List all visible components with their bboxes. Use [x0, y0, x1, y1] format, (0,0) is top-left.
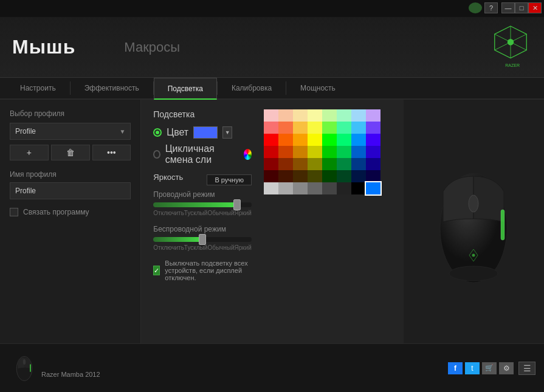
palette-cell[interactable] — [308, 122, 322, 134]
palette-cell[interactable] — [351, 122, 366, 134]
wireless-slider-track[interactable] — [153, 237, 252, 242]
palette-cell[interactable] — [351, 158, 366, 170]
palette-cell[interactable] — [308, 170, 322, 182]
link-program-checkbox[interactable] — [10, 208, 18, 216]
palette-cell[interactable] — [278, 122, 293, 134]
close-button[interactable]: ✕ — [528, 2, 542, 13]
palette-cell[interactable] — [264, 182, 278, 194]
palette-cell[interactable] — [278, 134, 293, 146]
display-off-row: ✓ Выключать подсветку всех устройств, ес… — [153, 260, 252, 281]
color-picker-arrow[interactable]: ▼ — [222, 126, 232, 139]
profile-dropdown[interactable]: Profile ▼ — [10, 123, 131, 140]
cycle-label: Цикличная смена сли — [165, 143, 239, 165]
palette-cell[interactable] — [308, 182, 322, 194]
profile-buttons: + 🗑 ••• — [10, 145, 131, 160]
tab-podsvetka[interactable]: Подсветка — [154, 78, 217, 100]
delete-profile-button[interactable]: 🗑 — [51, 145, 90, 160]
palette-cell[interactable] — [351, 182, 366, 194]
brightness-section: Яркость В ручную Проводной режим Отключи… — [153, 173, 252, 251]
add-profile-button[interactable]: + — [10, 145, 49, 160]
palette-cell[interactable] — [293, 158, 308, 170]
palette-cell[interactable] — [264, 109, 278, 122]
palette-cell[interactable] — [366, 122, 380, 134]
palette-cell[interactable] — [351, 134, 366, 146]
svg-point-15 — [23, 359, 26, 365]
palette-cell[interactable] — [264, 158, 278, 170]
palette-cell[interactable] — [366, 170, 380, 182]
palette-cell[interactable] — [322, 170, 337, 182]
palette-grid[interactable] — [264, 109, 391, 194]
palette-cell[interactable] — [278, 170, 293, 182]
wired-slider-labels: Отключить Тусклый Обычный Яркий — [153, 210, 252, 216]
palette-cell[interactable] — [322, 146, 337, 158]
palette-cell[interactable] — [366, 182, 380, 194]
wired-slider-track[interactable] — [153, 202, 252, 207]
wireless-slider-thumb[interactable] — [199, 234, 206, 245]
palette-cell[interactable] — [337, 170, 351, 182]
maximize-button[interactable]: □ — [515, 2, 528, 13]
palette-cell[interactable] — [337, 134, 351, 146]
palette-cell[interactable] — [337, 182, 351, 194]
cycle-radio[interactable] — [153, 150, 160, 159]
facebook-icon[interactable]: f — [448, 362, 463, 374]
info-icon[interactable]: ⚙ — [499, 362, 514, 374]
palette-cell[interactable] — [366, 109, 380, 122]
color-picker-btn[interactable] — [193, 126, 218, 139]
palette-cell[interactable] — [264, 122, 278, 134]
palette-cell[interactable] — [351, 170, 366, 182]
palette-cell[interactable] — [293, 122, 308, 134]
menu-icon: ☰ — [523, 363, 531, 373]
wired-slider-thumb[interactable] — [233, 199, 241, 210]
wireless-slider-container: Отключить Тусклый Обычный Яркий — [153, 237, 252, 251]
palette-cell[interactable] — [366, 134, 380, 146]
tab-nastroit[interactable]: Настроить — [6, 78, 70, 98]
tab-effektivnost[interactable]: Эффективность — [71, 78, 153, 98]
palette-cell[interactable] — [293, 170, 308, 182]
palette-cell[interactable] — [293, 109, 308, 122]
palette-cell[interactable] — [337, 122, 351, 134]
palette-cell[interactable] — [322, 182, 337, 194]
palette-cell[interactable] — [308, 158, 322, 170]
palette-cell[interactable] — [322, 122, 337, 134]
manual-button[interactable]: В ручную — [207, 174, 251, 185]
palette-cell[interactable] — [293, 182, 308, 194]
palette-cell[interactable] — [337, 109, 351, 122]
link-program-row[interactable]: Связать программу — [10, 208, 131, 216]
display-off-checkbox[interactable]: ✓ — [153, 266, 160, 275]
palette-cell[interactable] — [293, 134, 308, 146]
palette-cell[interactable] — [278, 109, 293, 122]
palette-cell[interactable] — [351, 146, 366, 158]
razer-logo: RAZER — [489, 23, 532, 72]
shop-icon[interactable]: 🛒 — [482, 362, 497, 374]
twitter-icon[interactable]: t — [465, 362, 480, 374]
tab-moshnost[interactable]: Мощность — [286, 78, 349, 98]
tab-kalibrovka[interactable]: Калибровка — [218, 78, 286, 98]
palette-cell[interactable] — [366, 146, 380, 158]
palette-cell[interactable] — [322, 134, 337, 146]
macros-title[interactable]: Макросы — [124, 40, 180, 55]
palette-cell[interactable] — [337, 146, 351, 158]
minimize-button[interactable]: — — [501, 2, 515, 13]
palette-cell[interactable] — [322, 158, 337, 170]
profile-name-input[interactable] — [10, 182, 131, 199]
palette-cell[interactable] — [308, 146, 322, 158]
palette-cell[interactable] — [337, 158, 351, 170]
palette-cell[interactable] — [366, 158, 380, 170]
more-profile-button[interactable]: ••• — [92, 145, 131, 160]
palette-cell[interactable] — [264, 170, 278, 182]
wireless-slider-fill — [153, 237, 202, 242]
color-radio[interactable] — [153, 128, 162, 137]
palette-cell[interactable] — [308, 134, 322, 146]
palette-cell[interactable] — [278, 158, 293, 170]
footer-menu-button[interactable]: ☰ — [518, 362, 535, 375]
palette-cell[interactable] — [264, 146, 278, 158]
palette-cell[interactable] — [278, 182, 293, 194]
palette-cell[interactable] — [278, 146, 293, 158]
palette-cell[interactable] — [308, 109, 322, 122]
help-button[interactable]: ? — [484, 2, 498, 13]
palette-cell[interactable] — [322, 109, 337, 122]
palette-cell[interactable] — [293, 146, 308, 158]
palette-cell[interactable] — [264, 134, 278, 146]
palette-cell[interactable] — [351, 109, 366, 122]
svg-point-4 — [508, 39, 514, 46]
